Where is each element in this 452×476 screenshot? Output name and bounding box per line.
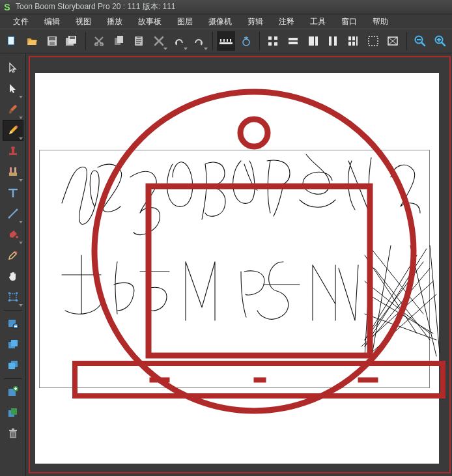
menu-view[interactable]: 视图 bbox=[68, 14, 99, 29]
pencil-tool[interactable] bbox=[3, 120, 23, 141]
svg-rect-35 bbox=[348, 42, 351, 46]
layer-to-back-button[interactable] bbox=[3, 355, 23, 376]
copy-button[interactable] bbox=[109, 31, 128, 51]
brush-tool[interactable] bbox=[3, 99, 23, 120]
main-toolbar bbox=[0, 29, 452, 53]
tool-strip bbox=[0, 53, 26, 476]
zoom-in-button[interactable] bbox=[431, 31, 449, 51]
svg-rect-44 bbox=[438, 38, 440, 42]
app-icon: S bbox=[3, 3, 12, 12]
svg-point-51 bbox=[16, 209, 18, 211]
svg-rect-74 bbox=[11, 432, 12, 437]
menu-edit[interactable]: 编辑 bbox=[36, 14, 68, 29]
grid-button[interactable] bbox=[264, 31, 283, 51]
menu-help[interactable]: 帮助 bbox=[365, 14, 396, 29]
new-layer-button[interactable] bbox=[3, 382, 23, 402]
open-button[interactable] bbox=[23, 31, 42, 51]
save-button[interactable] bbox=[42, 31, 61, 51]
cut-button[interactable] bbox=[90, 31, 109, 51]
zoom-out-button[interactable] bbox=[411, 31, 430, 51]
window-title: Toon Boom Storyboard Pro 20 : 111 版本: 11… bbox=[16, 1, 175, 12]
stamp-tool[interactable] bbox=[3, 141, 23, 161]
onion-skin-button[interactable] bbox=[236, 31, 255, 51]
pointer-tool[interactable] bbox=[3, 57, 23, 78]
svg-rect-46 bbox=[9, 153, 17, 155]
layer-back-icon bbox=[7, 359, 19, 371]
redo-button[interactable] bbox=[190, 31, 208, 51]
overlay-button[interactable] bbox=[363, 31, 382, 51]
new-doc-button[interactable] bbox=[3, 31, 21, 51]
layerprops-button[interactable] bbox=[3, 313, 23, 334]
dropdown-arrow-icon bbox=[19, 179, 23, 182]
svg-rect-56 bbox=[8, 300, 10, 301]
pointer-icon bbox=[7, 62, 19, 74]
bucket-icon bbox=[7, 229, 19, 240]
svg-rect-36 bbox=[352, 42, 355, 46]
svg-rect-21 bbox=[230, 39, 231, 42]
title-bar: S Toon Boom Storyboard Pro 20 : 111 版本: … bbox=[0, 0, 452, 14]
svg-rect-68 bbox=[15, 387, 16, 390]
safe-area-icon bbox=[387, 35, 399, 47]
dropper-tool[interactable] bbox=[3, 245, 23, 266]
transform-icon bbox=[7, 291, 19, 303]
panel-right-button[interactable] bbox=[304, 31, 322, 51]
menu-bar: 文件 编辑 视图 播放 故事板 图层 摄像机 剪辑 注释 工具 窗口 帮助 bbox=[0, 14, 452, 29]
svg-rect-13 bbox=[137, 36, 141, 38]
paste-button[interactable] bbox=[130, 31, 148, 51]
menu-camera[interactable]: 摄像机 bbox=[201, 14, 240, 29]
svg-rect-72 bbox=[9, 430, 17, 431]
stamp-icon bbox=[7, 145, 19, 157]
menu-storyboard[interactable]: 故事板 bbox=[130, 14, 169, 29]
panel-column-button[interactable] bbox=[324, 31, 343, 51]
line-tool[interactable] bbox=[3, 203, 23, 224]
duplicate-layer-button[interactable] bbox=[3, 402, 23, 423]
safe-area-button[interactable] bbox=[384, 31, 403, 51]
transform-tool[interactable] bbox=[3, 287, 23, 307]
save-all-button[interactable] bbox=[63, 31, 81, 51]
text-tool[interactable] bbox=[3, 182, 23, 203]
stage-view[interactable] bbox=[26, 53, 452, 476]
hand-tool[interactable] bbox=[3, 266, 23, 287]
eraser-tool[interactable] bbox=[3, 161, 23, 182]
svg-rect-20 bbox=[227, 39, 228, 42]
menu-clip[interactable]: 剪辑 bbox=[240, 14, 271, 29]
svg-rect-64 bbox=[8, 363, 15, 369]
svg-rect-17 bbox=[219, 42, 233, 44]
menu-layer[interactable]: 图层 bbox=[169, 14, 201, 29]
layer-to-front-button[interactable] bbox=[3, 334, 23, 355]
toolbar-separator bbox=[259, 32, 260, 50]
svg-rect-31 bbox=[329, 36, 332, 46]
svg-rect-23 bbox=[268, 36, 272, 40]
panel-right-icon bbox=[307, 35, 319, 47]
undo-button[interactable] bbox=[169, 31, 188, 51]
menu-caption[interactable]: 注释 bbox=[271, 14, 302, 29]
panel-multi-button[interactable] bbox=[344, 31, 363, 51]
svg-rect-3 bbox=[49, 37, 55, 40]
panel-horiz-icon bbox=[287, 35, 299, 47]
delete-button[interactable] bbox=[150, 31, 169, 51]
tool-separator bbox=[4, 310, 22, 311]
zoom-in-icon bbox=[434, 35, 447, 48]
pencil-icon bbox=[7, 124, 19, 136]
menu-tools[interactable]: 工具 bbox=[302, 14, 333, 29]
copy-icon bbox=[113, 35, 125, 47]
add-layer-icon bbox=[7, 386, 19, 398]
svg-rect-4 bbox=[49, 42, 55, 45]
svg-rect-37 bbox=[356, 36, 358, 46]
bucket-tool[interactable] bbox=[3, 224, 23, 245]
menu-play[interactable]: 播放 bbox=[99, 14, 130, 29]
delete-layer-button[interactable] bbox=[3, 423, 23, 444]
svg-rect-27 bbox=[289, 38, 298, 40]
svg-rect-57 bbox=[16, 300, 18, 301]
dropdown-arrow-icon bbox=[19, 137, 23, 140]
svg-rect-28 bbox=[289, 42, 298, 44]
trash-icon bbox=[7, 428, 19, 440]
panel-horiz-button[interactable] bbox=[284, 31, 303, 51]
menu-window[interactable]: 窗口 bbox=[333, 14, 365, 29]
timeline-button[interactable] bbox=[217, 31, 236, 51]
dropdown-arrow-icon bbox=[184, 48, 188, 50]
select-tool[interactable] bbox=[3, 78, 23, 99]
menu-file[interactable]: 文件 bbox=[5, 14, 36, 29]
svg-rect-19 bbox=[223, 39, 225, 42]
timeline-icon bbox=[219, 35, 233, 47]
